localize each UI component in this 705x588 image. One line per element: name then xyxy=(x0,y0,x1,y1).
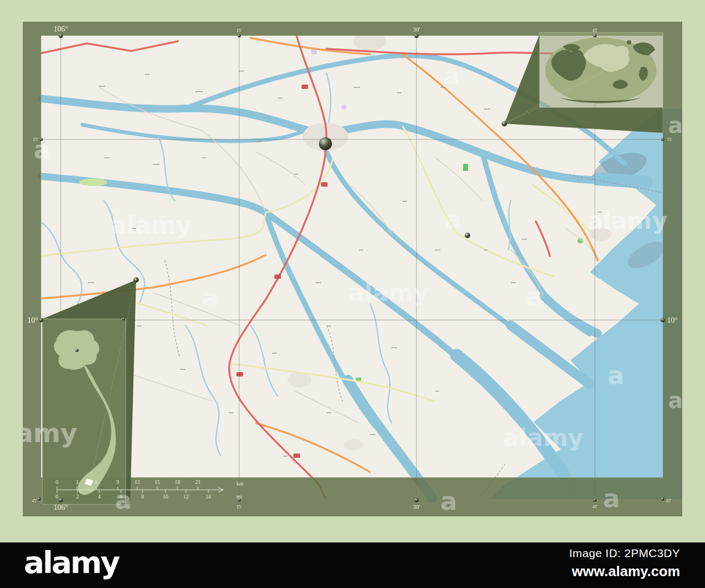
alamy-footer-bar: alamy Image ID: 2PMC3DY www.alamy.com xyxy=(0,542,705,588)
mi-tick: 8 xyxy=(142,494,144,500)
km-tick: 21 xyxy=(195,479,201,485)
country-capital-dot xyxy=(75,349,79,352)
country-inset-anchor-dot xyxy=(133,277,139,283)
km-tick: 6 xyxy=(95,479,98,485)
mi-tick: 4 xyxy=(98,494,101,500)
map-canvas[interactable]: 0 3 6 9 12 15 18 21 0 2 4 6 8 10 12 14 k xyxy=(23,22,682,516)
km-unit-label: km xyxy=(236,481,243,487)
lon-label-top: 30' xyxy=(413,26,420,33)
watermark-text: alamy xyxy=(23,418,78,448)
lon-label-bottom: 30' xyxy=(413,503,420,510)
lon-label-bottom: 106° xyxy=(54,503,68,512)
mi-tick: 2 xyxy=(76,494,79,500)
lon-label-bottom: 15' xyxy=(236,504,242,509)
stock-photo-page: 0 3 6 9 12 15 18 21 0 2 4 6 8 10 12 14 k xyxy=(0,0,705,588)
watermark-letter: a xyxy=(440,487,457,516)
watermark-text: alamy xyxy=(503,424,584,451)
km-tick: 12 xyxy=(134,479,140,485)
watermark-letter: a xyxy=(668,388,682,413)
watermark-letter: a xyxy=(443,61,460,90)
lon-label-top: 45' xyxy=(592,28,598,33)
km-tick: 0 xyxy=(56,479,59,485)
watermark-letter: a xyxy=(668,113,682,138)
watermark-letter: a xyxy=(607,361,624,390)
mi-tick: 0 xyxy=(56,494,59,500)
km-tick: 15 xyxy=(155,479,160,485)
watermark-letter: a xyxy=(603,484,620,513)
image-id-label: Image ID: 2PMC3DY xyxy=(569,547,680,560)
watermark-letter: a xyxy=(202,283,219,312)
world-inset-anchor-dot xyxy=(502,121,507,126)
watermark-letter: a xyxy=(115,485,132,515)
website-url[interactable]: www.alamy.com xyxy=(569,563,680,580)
watermark-letter: a xyxy=(526,282,543,311)
watermark-letter: a xyxy=(34,135,50,164)
lat-label-left: 45' xyxy=(32,498,37,503)
watermark-text: alamy xyxy=(348,279,429,306)
lat-label-left: 10° xyxy=(27,316,38,324)
mi-tick: 12 xyxy=(183,494,189,500)
watermark-text: alamy xyxy=(587,207,668,234)
km-tick: 9 xyxy=(117,479,119,485)
country-locator-inset[interactable] xyxy=(42,280,136,504)
secondary-city-marker[interactable] xyxy=(465,233,470,238)
watermark-text: alamy xyxy=(111,211,191,239)
panel-corner-dot xyxy=(123,318,125,321)
watermark-letter: a xyxy=(445,204,462,234)
mi-tick: 10 xyxy=(163,494,168,500)
lon-label-top: 106° xyxy=(54,25,68,33)
footer-meta: Image ID: 2PMC3DY www.alamy.com xyxy=(569,547,680,580)
capital-city-marker[interactable] xyxy=(319,137,332,150)
lon-label-bottom: 45' xyxy=(592,504,598,509)
lat-label-right: 10° xyxy=(667,316,678,324)
mi-tick: 14 xyxy=(206,494,211,500)
lon-label-top: 15' xyxy=(236,28,242,33)
km-tick: 18 xyxy=(175,479,180,485)
map-plate: 0 3 6 9 12 15 18 21 0 2 4 6 8 10 12 14 k xyxy=(23,22,682,516)
km-tick: 3 xyxy=(76,479,79,485)
lat-label-right: 45' xyxy=(666,498,671,503)
alamy-logo[interactable]: alamy xyxy=(24,545,119,580)
lat-label-right: 15' xyxy=(667,137,672,142)
